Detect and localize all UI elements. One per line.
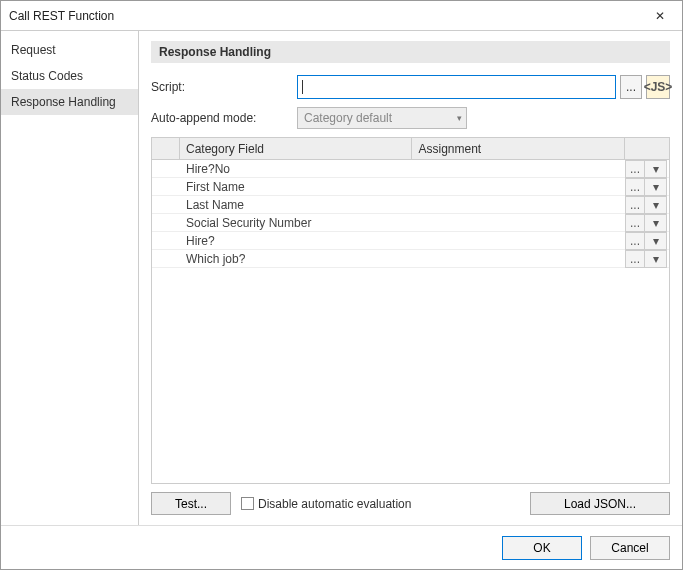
- dialog: Call REST Function ✕ Request Status Code…: [0, 0, 683, 570]
- ellipsis-icon: ...: [626, 80, 636, 94]
- row-menu-button[interactable]: ▾: [645, 196, 667, 214]
- titlebar: Call REST Function ✕: [1, 1, 682, 31]
- script-js-button[interactable]: <JS>: [646, 75, 670, 99]
- load-json-button[interactable]: Load JSON...: [530, 492, 670, 515]
- row-browse-button[interactable]: ...: [625, 250, 645, 268]
- row-drag-handle-icon[interactable]: [152, 178, 180, 195]
- row-menu-button[interactable]: ▾: [645, 250, 667, 268]
- autoappend-row: Auto-append mode: Category default ▾: [151, 107, 670, 129]
- close-button[interactable]: ✕: [638, 1, 682, 31]
- row-drag-handle-icon[interactable]: [152, 196, 180, 213]
- disable-auto-label: Disable automatic evaluation: [258, 497, 411, 511]
- ellipsis-icon: ...: [630, 252, 640, 266]
- table-header-actions: [625, 138, 669, 159]
- assignment-table: Category Field Assignment Hire?No...▾Fir…: [151, 137, 670, 484]
- sidebar-item-label: Response Handling: [11, 95, 116, 109]
- sidebar-item-request[interactable]: Request: [1, 37, 138, 63]
- cell-assignment: [413, 196, 625, 213]
- sidebar-item-response-handling[interactable]: Response Handling: [1, 89, 138, 115]
- row-menu-button[interactable]: ▾: [645, 160, 667, 178]
- bottom-toolbar: Test... Disable automatic evaluation Loa…: [151, 492, 670, 515]
- ellipsis-icon: ...: [630, 162, 640, 176]
- cell-assignment: [413, 160, 625, 177]
- autoappend-label: Auto-append mode:: [151, 111, 291, 125]
- row-drag-handle-icon[interactable]: [152, 160, 180, 177]
- js-icon: <JS>: [644, 80, 673, 94]
- row-drag-handle-icon[interactable]: [152, 250, 180, 267]
- script-input[interactable]: [297, 75, 616, 99]
- cell-assignment: [413, 178, 625, 195]
- section-header: Response Handling: [151, 41, 670, 63]
- script-browse-button[interactable]: ...: [620, 75, 642, 99]
- chevron-down-icon: ▾: [653, 162, 659, 176]
- cell-category: First Name: [180, 178, 413, 195]
- table-row[interactable]: Which job?...▾: [152, 250, 669, 268]
- row-browse-button[interactable]: ...: [625, 214, 645, 232]
- chevron-down-icon: ▾: [653, 252, 659, 266]
- disable-auto-checkbox[interactable]: Disable automatic evaluation: [241, 497, 411, 511]
- table-row[interactable]: Hire?...▾: [152, 232, 669, 250]
- cell-assignment: [413, 232, 625, 249]
- ellipsis-icon: ...: [630, 234, 640, 248]
- chevron-down-icon: ▾: [457, 113, 462, 123]
- row-menu-button[interactable]: ▾: [645, 178, 667, 196]
- cell-category: Which job?: [180, 250, 413, 267]
- cell-category: Hire?No: [180, 160, 413, 177]
- dialog-body: Request Status Codes Response Handling R…: [1, 31, 682, 525]
- sidebar-item-status-codes[interactable]: Status Codes: [1, 63, 138, 89]
- table-header-handle: [152, 138, 180, 159]
- table-row[interactable]: First Name...▾: [152, 178, 669, 196]
- chevron-down-icon: ▾: [653, 234, 659, 248]
- cell-category: Last Name: [180, 196, 413, 213]
- row-browse-button[interactable]: ...: [625, 232, 645, 250]
- ellipsis-icon: ...: [630, 198, 640, 212]
- ellipsis-icon: ...: [630, 180, 640, 194]
- dialog-footer: OK Cancel: [1, 525, 682, 569]
- main-panel: Response Handling Script: ... <JS>: [139, 31, 682, 525]
- chevron-down-icon: ▾: [653, 216, 659, 230]
- sidebar: Request Status Codes Response Handling: [1, 31, 139, 525]
- cell-assignment: [413, 214, 625, 231]
- test-button[interactable]: Test...: [151, 492, 231, 515]
- close-icon: ✕: [655, 9, 665, 23]
- row-menu-button[interactable]: ▾: [645, 232, 667, 250]
- cell-category: Hire?: [180, 232, 413, 249]
- script-row: Script: ... <JS>: [151, 75, 670, 99]
- chevron-down-icon: ▾: [653, 198, 659, 212]
- text-cursor-icon: [302, 80, 303, 94]
- table-row[interactable]: Last Name...▾: [152, 196, 669, 214]
- row-menu-button[interactable]: ▾: [645, 214, 667, 232]
- table-body: Hire?No...▾First Name...▾Last Name...▾So…: [152, 160, 669, 483]
- ok-button[interactable]: OK: [502, 536, 582, 560]
- cell-category: Social Security Number: [180, 214, 413, 231]
- row-drag-handle-icon[interactable]: [152, 214, 180, 231]
- table-header: Category Field Assignment: [152, 138, 669, 160]
- table-row[interactable]: Social Security Number...▾: [152, 214, 669, 232]
- table-row[interactable]: Hire?No...▾: [152, 160, 669, 178]
- row-browse-button[interactable]: ...: [625, 160, 645, 178]
- sidebar-item-label: Status Codes: [11, 69, 83, 83]
- row-browse-button[interactable]: ...: [625, 178, 645, 196]
- table-header-category[interactable]: Category Field: [180, 138, 412, 159]
- checkbox-icon: [241, 497, 254, 510]
- window-title: Call REST Function: [9, 9, 638, 23]
- chevron-down-icon: ▾: [653, 180, 659, 194]
- ellipsis-icon: ...: [630, 216, 640, 230]
- row-browse-button[interactable]: ...: [625, 196, 645, 214]
- row-drag-handle-icon[interactable]: [152, 232, 180, 249]
- table-header-assignment[interactable]: Assignment: [412, 138, 625, 159]
- cancel-button[interactable]: Cancel: [590, 536, 670, 560]
- cell-assignment: [413, 250, 625, 267]
- sidebar-item-label: Request: [11, 43, 56, 57]
- autoappend-value: Category default: [304, 111, 392, 125]
- script-label: Script:: [151, 80, 291, 94]
- autoappend-select[interactable]: Category default ▾: [297, 107, 467, 129]
